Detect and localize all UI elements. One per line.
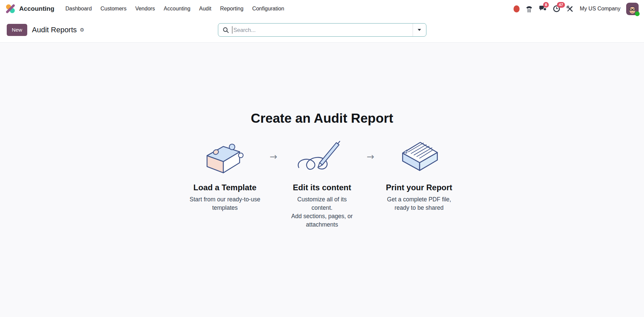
app-name: Accounting xyxy=(19,5,54,12)
main-menu: Dashboard Customers Vendors Accounting A… xyxy=(61,3,289,14)
chevron-down-icon xyxy=(418,29,421,31)
search-input[interactable] xyxy=(232,24,413,36)
activities-count-badge: 47 xyxy=(557,2,565,8)
pen-scribble-illustration xyxy=(294,133,350,178)
step-edit-content: Edit its content Customize all of its co… xyxy=(279,133,366,229)
messages-button[interactable]: 8 xyxy=(539,5,547,13)
search-bar xyxy=(218,23,426,37)
menu-customers[interactable]: Customers xyxy=(96,3,131,14)
activities-button[interactable]: 47 xyxy=(553,5,561,13)
step-description: Add sections, pages, or attachments xyxy=(291,212,353,229)
phone-icon[interactable] xyxy=(525,5,533,13)
menu-audit[interactable]: Audit xyxy=(195,3,216,14)
step-title: Edit its content xyxy=(293,183,351,192)
step-title: Load a Template xyxy=(193,183,257,192)
step-description: Customize all of its content. xyxy=(291,195,353,212)
search-dropdown-toggle[interactable] xyxy=(413,24,426,36)
menu-vendors[interactable]: Vendors xyxy=(131,3,159,14)
company-switcher[interactable]: My US Company xyxy=(580,6,620,12)
step-title: Print your Report xyxy=(386,183,452,192)
messages-count-badge: 8 xyxy=(543,2,549,8)
new-button[interactable]: New xyxy=(7,24,27,36)
empty-state-title: Create an Audit Report xyxy=(251,111,393,126)
onboarding-steps: Load a Template Start from our ready-to-… xyxy=(182,133,462,229)
menu-dashboard[interactable]: Dashboard xyxy=(61,3,96,14)
page-title: Audit Reports xyxy=(32,26,77,34)
top-navbar: Accounting Dashboard Customers Vendors A… xyxy=(0,0,644,17)
tools-icon[interactable] xyxy=(566,5,573,12)
step-arrow-icon: → xyxy=(268,151,279,162)
systray: 8 47 My US Company xyxy=(514,3,639,15)
online-status-dot xyxy=(635,11,640,16)
search-icon xyxy=(223,27,229,33)
menu-accounting[interactable]: Accounting xyxy=(159,3,195,14)
cog-icon[interactable]: ⚙ xyxy=(80,27,84,33)
menu-configuration[interactable]: Configuration xyxy=(248,3,289,14)
paper-stack-illustration xyxy=(394,133,444,178)
step-print-report: Print your Report Get a complete PDF fil… xyxy=(376,133,462,212)
step-description: Get a complete PDF file, ready to be sha… xyxy=(381,195,457,212)
step-description: Start from our ready-to-use templates xyxy=(185,195,265,212)
user-avatar[interactable] xyxy=(626,3,639,15)
content-area: Create an Audit Report Load a Template S… xyxy=(0,43,644,317)
puzzle-piece-illustration xyxy=(201,133,249,178)
step-load-template: Load a Template Start from our ready-to-… xyxy=(182,133,268,212)
odoo-accounting-logo-icon xyxy=(5,4,15,14)
step-arrow-icon: → xyxy=(366,151,376,162)
app-brand[interactable]: Accounting xyxy=(5,4,54,14)
control-panel: New Audit Reports ⚙ xyxy=(0,17,644,43)
presence-dot-icon[interactable] xyxy=(514,5,520,12)
menu-reporting[interactable]: Reporting xyxy=(216,3,248,14)
